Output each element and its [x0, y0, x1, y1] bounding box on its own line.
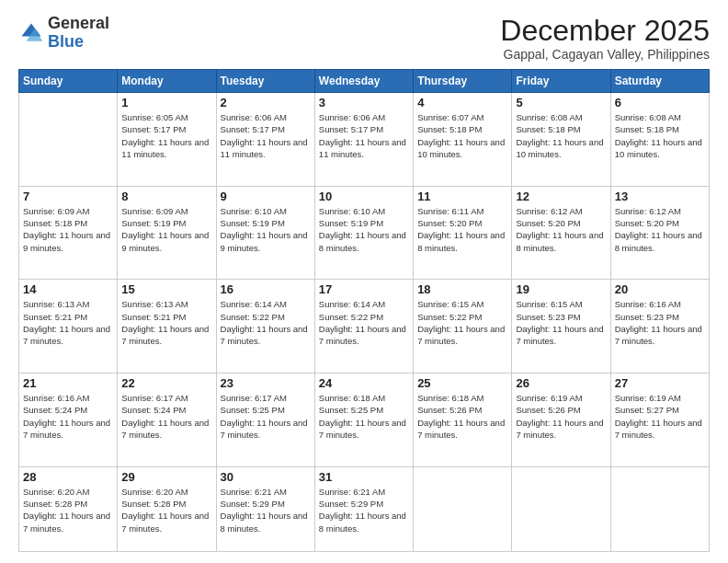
day-number: 29: [121, 470, 211, 484]
calendar-cell: 24Sunrise: 6:18 AMSunset: 5:25 PMDayligh…: [314, 373, 413, 467]
calendar-cell: 28Sunrise: 6:20 AMSunset: 5:28 PMDayligh…: [19, 466, 118, 551]
calendar-cell: 30Sunrise: 6:21 AMSunset: 5:29 PMDayligh…: [216, 466, 314, 551]
day-number: 22: [121, 376, 211, 390]
subtitle: Gappal, Cagayan Valley, Philippines: [500, 47, 710, 62]
day-number: 11: [417, 190, 507, 203]
day-info: Sunrise: 6:12 AMSunset: 5:20 PMDaylight:…: [615, 205, 705, 254]
calendar-cell: 4Sunrise: 6:07 AMSunset: 5:18 PMDaylight…: [414, 93, 512, 187]
weekday-header-friday: Friday: [512, 70, 610, 93]
calendar-cell: 17Sunrise: 6:14 AMSunset: 5:22 PMDayligh…: [314, 280, 413, 373]
calendar-cell: 27Sunrise: 6:19 AMSunset: 5:27 PMDayligh…: [610, 373, 709, 467]
calendar-cell: 11Sunrise: 6:11 AMSunset: 5:20 PMDayligh…: [414, 186, 512, 280]
day-number: 2: [221, 96, 311, 109]
calendar-cell: 6Sunrise: 6:08 AMSunset: 5:18 PMDaylight…: [610, 93, 709, 187]
calendar-cell: 14Sunrise: 6:13 AMSunset: 5:21 PMDayligh…: [19, 280, 118, 373]
day-number: 8: [121, 190, 211, 203]
day-info: Sunrise: 6:09 AMSunset: 5:18 PMDaylight:…: [23, 205, 113, 254]
day-info: Sunrise: 6:12 AMSunset: 5:20 PMDaylight:…: [516, 205, 606, 254]
day-info: Sunrise: 6:13 AMSunset: 5:21 PMDaylight:…: [121, 298, 211, 347]
calendar-cell: 31Sunrise: 6:21 AMSunset: 5:29 PMDayligh…: [314, 466, 413, 551]
logo-icon: [18, 20, 44, 46]
week-row-3: 14Sunrise: 6:13 AMSunset: 5:21 PMDayligh…: [19, 280, 710, 373]
day-number: 4: [417, 96, 507, 109]
day-number: 31: [319, 470, 409, 484]
day-number: 14: [23, 282, 113, 296]
day-info: Sunrise: 6:20 AMSunset: 5:28 PMDaylight:…: [121, 486, 211, 534]
calendar-cell: 20Sunrise: 6:16 AMSunset: 5:23 PMDayligh…: [610, 280, 709, 373]
calendar-cell: 7Sunrise: 6:09 AMSunset: 5:18 PMDaylight…: [19, 186, 118, 280]
calendar-cell: 3Sunrise: 6:06 AMSunset: 5:17 PMDaylight…: [314, 93, 413, 187]
weekday-header-thursday: Thursday: [414, 70, 512, 93]
day-info: Sunrise: 6:16 AMSunset: 5:24 PMDaylight:…: [23, 392, 113, 441]
day-number: 1: [121, 96, 211, 109]
day-number: 20: [615, 282, 705, 296]
calendar-cell: 1Sunrise: 6:05 AMSunset: 5:17 PMDaylight…: [118, 93, 216, 187]
day-info: Sunrise: 6:10 AMSunset: 5:19 PMDaylight:…: [221, 205, 311, 254]
weekday-header-wednesday: Wednesday: [314, 70, 413, 93]
calendar-cell: 25Sunrise: 6:18 AMSunset: 5:26 PMDayligh…: [414, 373, 512, 467]
week-row-1: 1Sunrise: 6:05 AMSunset: 5:17 PMDaylight…: [19, 93, 710, 187]
calendar-cell: 19Sunrise: 6:15 AMSunset: 5:23 PMDayligh…: [512, 280, 610, 373]
calendar-cell: 21Sunrise: 6:16 AMSunset: 5:24 PMDayligh…: [19, 373, 118, 467]
day-number: 23: [221, 376, 311, 390]
day-number: 25: [417, 376, 507, 390]
day-info: Sunrise: 6:19 AMSunset: 5:26 PMDaylight:…: [516, 392, 606, 441]
day-info: Sunrise: 6:15 AMSunset: 5:23 PMDaylight:…: [516, 298, 606, 347]
weekday-header-saturday: Saturday: [610, 70, 709, 93]
day-info: Sunrise: 6:14 AMSunset: 5:22 PMDaylight:…: [221, 298, 311, 347]
calendar-cell: 16Sunrise: 6:14 AMSunset: 5:22 PMDayligh…: [216, 280, 314, 373]
calendar-cell: 10Sunrise: 6:10 AMSunset: 5:19 PMDayligh…: [314, 186, 413, 280]
weekday-header-tuesday: Tuesday: [216, 70, 314, 93]
day-info: Sunrise: 6:08 AMSunset: 5:18 PMDaylight:…: [516, 111, 606, 160]
logo: General Blue: [18, 15, 109, 52]
logo-general-text: General: [48, 14, 109, 32]
week-row-4: 21Sunrise: 6:16 AMSunset: 5:24 PMDayligh…: [19, 373, 710, 467]
calendar-cell: 2Sunrise: 6:06 AMSunset: 5:17 PMDaylight…: [216, 93, 314, 187]
day-info: Sunrise: 6:18 AMSunset: 5:25 PMDaylight:…: [319, 392, 409, 441]
day-info: Sunrise: 6:15 AMSunset: 5:22 PMDaylight:…: [417, 298, 507, 347]
day-number: 27: [615, 376, 705, 390]
day-info: Sunrise: 6:06 AMSunset: 5:17 PMDaylight:…: [319, 111, 409, 160]
calendar-cell: [414, 466, 512, 551]
day-number: 13: [615, 190, 705, 203]
day-number: 21: [23, 376, 113, 390]
week-row-5: 28Sunrise: 6:20 AMSunset: 5:28 PMDayligh…: [19, 466, 710, 551]
day-info: Sunrise: 6:17 AMSunset: 5:25 PMDaylight:…: [221, 392, 311, 441]
day-info: Sunrise: 6:08 AMSunset: 5:18 PMDaylight:…: [615, 111, 705, 160]
day-number: 18: [417, 282, 507, 296]
day-info: Sunrise: 6:06 AMSunset: 5:17 PMDaylight:…: [221, 111, 311, 160]
weekday-header-sunday: Sunday: [19, 70, 118, 93]
day-number: 19: [516, 282, 606, 296]
day-number: 16: [221, 282, 311, 296]
day-info: Sunrise: 6:14 AMSunset: 5:22 PMDaylight:…: [319, 298, 409, 347]
day-info: Sunrise: 6:09 AMSunset: 5:19 PMDaylight:…: [121, 205, 211, 254]
day-info: Sunrise: 6:18 AMSunset: 5:26 PMDaylight:…: [417, 392, 507, 441]
week-row-2: 7Sunrise: 6:09 AMSunset: 5:18 PMDaylight…: [19, 186, 710, 280]
day-info: Sunrise: 6:21 AMSunset: 5:29 PMDaylight:…: [221, 486, 311, 534]
header: General Blue December 2025 Gappal, Cagay…: [18, 15, 710, 62]
day-number: 3: [319, 96, 409, 109]
calendar-cell: [512, 466, 610, 551]
calendar-cell: 23Sunrise: 6:17 AMSunset: 5:25 PMDayligh…: [216, 373, 314, 467]
calendar-cell: 29Sunrise: 6:20 AMSunset: 5:28 PMDayligh…: [118, 466, 216, 551]
day-number: 17: [319, 282, 409, 296]
main-title: December 2025: [500, 15, 710, 47]
day-info: Sunrise: 6:20 AMSunset: 5:28 PMDaylight:…: [23, 486, 113, 534]
calendar-cell: 9Sunrise: 6:10 AMSunset: 5:19 PMDaylight…: [216, 186, 314, 280]
day-number: 28: [23, 470, 113, 484]
day-number: 26: [516, 376, 606, 390]
day-number: 5: [516, 96, 606, 109]
calendar-cell: 13Sunrise: 6:12 AMSunset: 5:20 PMDayligh…: [610, 186, 709, 280]
calendar-table: SundayMondayTuesdayWednesdayThursdayFrid…: [18, 69, 710, 552]
day-info: Sunrise: 6:17 AMSunset: 5:24 PMDaylight:…: [121, 392, 211, 441]
day-info: Sunrise: 6:05 AMSunset: 5:17 PMDaylight:…: [121, 111, 211, 160]
logo-blue-text: Blue: [48, 32, 84, 51]
calendar-cell: 5Sunrise: 6:08 AMSunset: 5:18 PMDaylight…: [512, 93, 610, 187]
page: General Blue December 2025 Gappal, Cagay…: [0, 0, 728, 563]
day-info: Sunrise: 6:11 AMSunset: 5:20 PMDaylight:…: [417, 205, 507, 254]
day-number: 9: [221, 190, 311, 203]
calendar-cell: 26Sunrise: 6:19 AMSunset: 5:26 PMDayligh…: [512, 373, 610, 467]
day-number: 10: [319, 190, 409, 203]
calendar-cell: 12Sunrise: 6:12 AMSunset: 5:20 PMDayligh…: [512, 186, 610, 280]
day-info: Sunrise: 6:19 AMSunset: 5:27 PMDaylight:…: [615, 392, 705, 441]
